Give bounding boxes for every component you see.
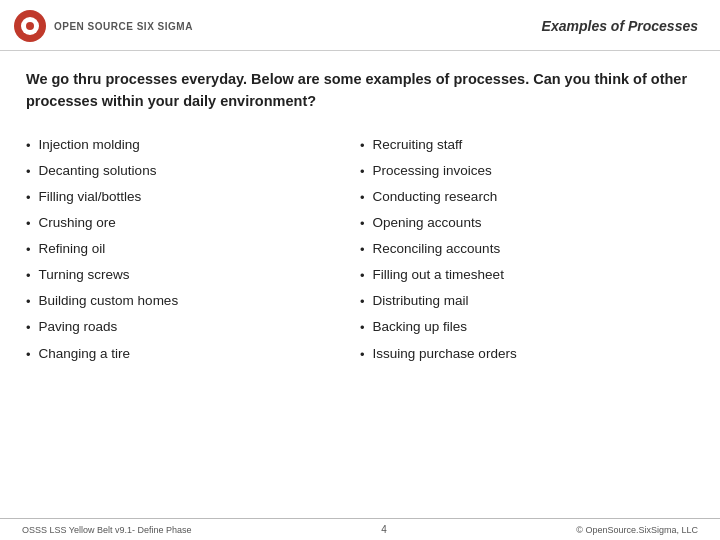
bullet-icon: • — [26, 188, 31, 208]
left-bullet-item: •Decanting solutions — [26, 161, 360, 182]
bullet-text: Paving roads — [39, 317, 118, 338]
right-column: •Recruiting staff•Processing invoices•Co… — [360, 135, 694, 370]
bullet-icon: • — [26, 214, 31, 234]
columns: •Injection molding•Decanting solutions•F… — [26, 135, 694, 370]
bullet-icon: • — [26, 240, 31, 260]
bullet-text: Processing invoices — [373, 161, 492, 182]
bullet-icon: • — [26, 292, 31, 312]
footer-left: OSSS LSS Yellow Belt v9.1- Define Phase — [22, 525, 192, 535]
left-bullet-item: •Paving roads — [26, 317, 360, 338]
bullet-text: Conducting research — [373, 187, 498, 208]
bullet-icon: • — [360, 345, 365, 365]
bullet-icon: • — [360, 266, 365, 286]
bullet-text: Opening accounts — [373, 213, 482, 234]
right-bullet-item: •Backing up files — [360, 317, 694, 338]
right-bullet-item: •Filling out a timesheet — [360, 265, 694, 286]
org-name: OPEN SOURCE SIX SIGMA — [54, 21, 193, 32]
bullet-icon: • — [360, 136, 365, 156]
bullet-icon: • — [360, 292, 365, 312]
bullet-text: Reconciling accounts — [373, 239, 501, 260]
right-bullet-item: •Conducting research — [360, 187, 694, 208]
left-bullet-item: •Refining oil — [26, 239, 360, 260]
bullet-icon: • — [360, 188, 365, 208]
page-title: Examples of Processes — [542, 18, 698, 34]
right-bullet-item: •Opening accounts — [360, 213, 694, 234]
bullet-icon: • — [360, 240, 365, 260]
bullet-text: Turning screws — [39, 265, 130, 286]
logo-dot — [26, 22, 34, 30]
footer-right: © OpenSource.SixSigma, LLC — [576, 525, 698, 535]
header: OPEN SOURCE SIX SIGMA Examples of Proces… — [0, 0, 720, 51]
bullet-text: Filling vial/bottles — [39, 187, 142, 208]
bullet-icon: • — [26, 136, 31, 156]
bullet-text: Changing a tire — [39, 344, 131, 365]
bullet-text: Building custom homes — [39, 291, 179, 312]
bullet-icon: • — [360, 318, 365, 338]
left-bullet-item: •Injection molding — [26, 135, 360, 156]
bullet-icon: • — [26, 162, 31, 182]
main-content: We go thru processes everyday. Below are… — [0, 51, 720, 380]
right-bullet-item: •Processing invoices — [360, 161, 694, 182]
bullet-text: Recruiting staff — [373, 135, 463, 156]
page: OPEN SOURCE SIX SIGMA Examples of Proces… — [0, 0, 720, 540]
right-bullet-item: •Recruiting staff — [360, 135, 694, 156]
footer: OSSS LSS Yellow Belt v9.1- Define Phase … — [0, 518, 720, 540]
right-bullet-item: •Reconciling accounts — [360, 239, 694, 260]
bullet-text: Injection molding — [39, 135, 140, 156]
bullet-icon: • — [360, 214, 365, 234]
footer-center: 4 — [381, 524, 387, 535]
right-bullet-item: •Issuing purchase orders — [360, 344, 694, 365]
bullet-icon: • — [360, 162, 365, 182]
left-column: •Injection molding•Decanting solutions•F… — [26, 135, 360, 370]
intro-paragraph: We go thru processes everyday. Below are… — [26, 69, 694, 113]
bullet-text: Decanting solutions — [39, 161, 157, 182]
left-bullet-item: •Turning screws — [26, 265, 360, 286]
bullet-text: Refining oil — [39, 239, 106, 260]
bullet-text: Issuing purchase orders — [373, 344, 517, 365]
logo-inner — [21, 17, 39, 35]
header-left: OPEN SOURCE SIX SIGMA — [14, 10, 193, 42]
bullet-text: Crushing ore — [39, 213, 116, 234]
bullet-text: Backing up files — [373, 317, 468, 338]
right-bullet-item: •Distributing mail — [360, 291, 694, 312]
left-bullet-item: •Filling vial/bottles — [26, 187, 360, 208]
bullet-icon: • — [26, 318, 31, 338]
bullet-icon: • — [26, 266, 31, 286]
left-bullet-item: •Changing a tire — [26, 344, 360, 365]
left-bullet-item: •Crushing ore — [26, 213, 360, 234]
left-bullet-item: •Building custom homes — [26, 291, 360, 312]
bullet-text: Filling out a timesheet — [373, 265, 504, 286]
bullet-text: Distributing mail — [373, 291, 469, 312]
logo-circle — [14, 10, 46, 42]
bullet-icon: • — [26, 345, 31, 365]
